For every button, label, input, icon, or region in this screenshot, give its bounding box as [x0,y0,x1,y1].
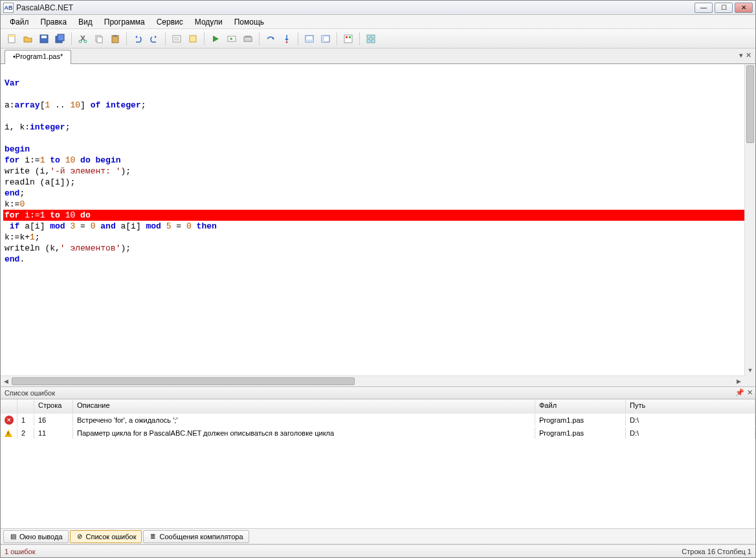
form-designer-icon[interactable] [341,32,355,46]
toolbar-separator [165,32,166,45]
col-file[interactable]: Файл [535,399,626,414]
menubar: Файл Правка Вид Программа Сервис Модули … [1,15,755,29]
code-line[interactable]: readln (a[i]); [3,177,755,188]
col-num[interactable] [17,399,34,414]
file-tab[interactable]: •Program1.pas* [5,50,71,64]
svg-rect-3 [41,36,47,38]
output-icon: ▤ [9,533,17,541]
copy-icon[interactable] [92,32,106,46]
menu-edit[interactable]: Правка [36,16,72,28]
save-icon[interactable] [37,32,51,46]
error-row[interactable]: 211Параметр цикла for в PascalABC.NET до… [1,427,755,440]
titlebar: AB PascalABC.NET — ☐ ✕ [1,1,755,15]
step-over-icon[interactable] [263,32,278,46]
close-button[interactable]: ✕ [735,3,753,13]
scroll-left-icon[interactable]: ◀ [1,376,12,386]
col-icon[interactable] [1,399,17,414]
compiler-icon: ≣ [149,533,157,541]
code-line[interactable]: i, k:integer; [3,122,755,133]
redo-icon[interactable] [147,32,161,46]
menu-program[interactable]: Программа [99,16,150,28]
toolbar-separator [337,32,337,45]
col-path[interactable]: Путь [626,399,755,414]
paste-icon[interactable] [108,32,122,46]
code-line[interactable]: for i:=1 to 10 do [3,210,755,221]
save-all-icon[interactable] [53,32,67,46]
tab-output[interactable]: ▤ Окно вывода [3,530,69,543]
code-line[interactable]: write (i,'-й элемент: '); [3,166,755,177]
code-line[interactable]: begin [3,144,755,155]
scroll-corner [744,375,755,386]
compile-icon[interactable] [241,32,255,46]
svg-rect-29 [349,36,351,38]
code-line[interactable] [3,89,755,100]
tab-dropdown-icon[interactable]: ▾ [739,51,743,60]
open-file-icon[interactable] [21,32,35,46]
errors-grid: Строка Описание Файл Путь ✕116Встречено … [1,399,755,529]
code-line[interactable]: for i:=1 to 10 do begin [3,155,755,166]
svg-rect-19 [245,36,247,37]
scroll-right-icon[interactable]: ▶ [733,376,744,386]
app-icon: AB [3,3,14,13]
svg-rect-26 [322,36,324,42]
code-line[interactable] [3,133,755,144]
properties-icon[interactable] [170,32,184,46]
svg-rect-18 [244,37,252,41]
menu-file[interactable]: Файл [5,16,34,28]
scroll-thumb[interactable] [12,377,355,385]
minimize-button[interactable]: — [695,3,713,13]
svg-rect-28 [346,36,348,38]
svg-point-6 [79,40,82,43]
toggle-output-icon[interactable] [302,32,317,46]
maximize-button[interactable]: ☐ [715,3,733,13]
error-row[interactable]: ✕116Встречено 'for', а ожидалось ';'Prog… [1,414,755,427]
code-line[interactable] [3,111,755,122]
svg-point-22 [286,41,288,43]
toolbar [1,29,755,49]
errors-panel-title: Список ошибок [5,389,55,397]
step-into-icon[interactable] [280,32,294,46]
svg-rect-16 [190,36,196,42]
code-line[interactable]: if a[i] mod 3 = 0 and a[i] mod 5 = 0 the… [3,221,755,232]
intellisense-icon[interactable] [364,32,378,46]
new-file-icon[interactable] [5,32,19,46]
horizontal-scrollbar[interactable]: ◀ ▶ [1,375,744,386]
toggle-panel-icon[interactable] [318,32,333,46]
menu-modules[interactable]: Модули [190,16,228,28]
scroll-thumb[interactable] [746,65,754,143]
vertical-scrollbar[interactable]: ▲ ▼ [744,64,755,375]
toolbar-separator [359,32,360,45]
toolbar-separator [204,32,205,45]
svg-point-7 [84,40,87,43]
code-line[interactable]: end. [3,254,755,265]
code-line[interactable]: k:=0 [3,199,755,210]
run-no-debug-icon[interactable] [225,32,239,46]
menu-view[interactable]: Вид [73,16,98,28]
code-line[interactable]: a:array[1 .. 10] of integer; [3,100,755,111]
cut-icon[interactable] [76,32,90,46]
undo-icon[interactable] [131,32,145,46]
col-desc[interactable]: Описание [73,399,535,414]
module-icon[interactable] [186,32,200,46]
code-line[interactable]: k:=k+1; [3,232,755,243]
code-line[interactable]: end; [3,188,755,199]
menu-service[interactable]: Сервис [151,16,188,28]
errors-icon: ⊘ [76,533,83,541]
menu-help[interactable]: Помощь [229,16,269,28]
tab-compiler[interactable]: ≣ Сообщения компилятора [143,530,249,543]
scroll-down-icon[interactable]: ▼ [745,364,755,375]
panel-pin-icon[interactable]: 📌 [735,388,744,397]
warning-icon [5,430,12,437]
svg-rect-31 [372,35,375,38]
panel-close-icon[interactable]: ✕ [747,388,753,397]
code-editor[interactable]: Var a:array[1 .. 10] of integer; i, k:in… [1,64,755,386]
app-window: AB PascalABC.NET — ☐ ✕ Файл Правка Вид П… [0,0,756,558]
tab-errors[interactable]: ⊘ Список ошибок [70,530,142,543]
tab-close-icon[interactable]: ✕ [746,51,751,60]
code-line[interactable]: writeln (k,' элементов'); [3,243,755,254]
code-line[interactable]: Var [3,78,755,89]
code-line[interactable] [3,67,755,78]
status-position: Строка 16 Столбец 1 [682,548,751,555]
run-icon[interactable] [208,32,223,46]
col-line[interactable]: Строка [34,399,73,414]
